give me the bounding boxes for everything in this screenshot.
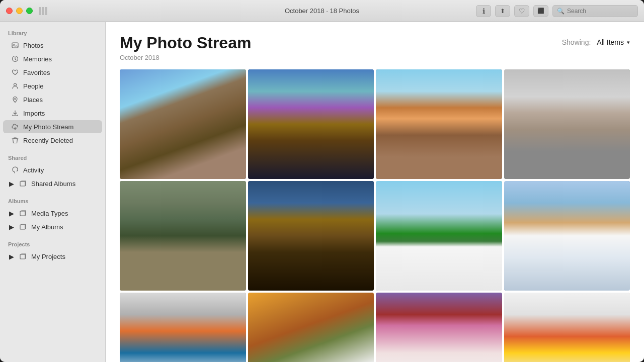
photo-5[interactable] (120, 181, 246, 291)
trash-icon (11, 136, 19, 144)
photo-4[interactable] (504, 69, 630, 179)
titlebar: October 2018 · 18 Photos ℹ ⬆ ♡ ⬛ 🔍 (0, 0, 644, 22)
main-layout: Library Photos M (0, 22, 644, 362)
memories-icon (11, 55, 19, 63)
sidebar-item-memories[interactable]: Memories (3, 52, 102, 65)
photo-9[interactable] (120, 293, 246, 362)
photo-10[interactable] (248, 293, 374, 362)
photo-7[interactable] (376, 181, 502, 291)
people-label: People (23, 82, 43, 90)
info-icon: ℹ (482, 7, 485, 15)
sidebar: Library Photos M (0, 22, 106, 362)
info-button[interactable]: ℹ (476, 5, 491, 17)
content-subtitle: October 2018 (120, 54, 251, 61)
my-photo-stream-label: My Photo Stream (23, 123, 73, 131)
shared-albums-icon (19, 179, 27, 188)
window-title: October 2018 · 18 Photos (285, 7, 359, 15)
header-text: My Photo Stream October 2018 (120, 34, 251, 61)
sidebar-item-my-albums[interactable]: ▶ My Albums (3, 220, 102, 233)
sidebar-item-places[interactable]: Places (3, 93, 102, 106)
chevron-down-icon: ▾ (627, 39, 630, 46)
sidebar-item-my-projects[interactable]: ▶ My Projects (3, 250, 102, 263)
svg-rect-7 (20, 225, 25, 229)
places-label: Places (23, 96, 43, 104)
sidebar-item-media-types[interactable]: ▶ Media Types (3, 207, 102, 220)
photos-label: Photos (23, 42, 43, 49)
app-window: October 2018 · 18 Photos ℹ ⬆ ♡ ⬛ 🔍 (0, 0, 644, 362)
slideshow-icon: ⬛ (537, 8, 544, 14)
media-types-icon (19, 209, 27, 217)
close-button[interactable] (6, 8, 13, 14)
svg-point-3 (14, 83, 17, 86)
albums-section-label: Albums (0, 194, 105, 206)
showing-label: Showing: (562, 38, 591, 46)
content-header: My Photo Stream October 2018 Showing: Al… (120, 34, 630, 61)
cloud-icon (11, 123, 19, 131)
share-button[interactable]: ⬆ (495, 5, 510, 17)
sidebar-item-photos[interactable]: Photos (3, 39, 102, 52)
favorites-icon (11, 68, 19, 76)
content-title: My Photo Stream (120, 34, 251, 52)
my-projects-icon (19, 252, 27, 260)
my-albums-icon (19, 223, 27, 231)
memories-label: Memories (23, 55, 52, 63)
expand-media-icon[interactable]: ▶ (9, 211, 14, 216)
places-icon (11, 96, 19, 104)
imports-label: Imports (23, 110, 45, 117)
photo-2[interactable] (248, 69, 374, 179)
my-albums-label: My Albums (31, 223, 63, 231)
media-types-label: Media Types (31, 210, 68, 217)
heart-button[interactable]: ♡ (514, 5, 529, 17)
sidebar-item-shared-albums[interactable]: ▶ Shared Albums (3, 177, 102, 190)
sidebar-item-people[interactable]: People (3, 79, 102, 93)
imports-icon (11, 109, 19, 117)
sidebar-item-my-photo-stream[interactable]: My Photo Stream (3, 120, 102, 133)
svg-rect-8 (20, 254, 25, 259)
svg-rect-5 (20, 182, 25, 186)
photo-8[interactable] (504, 181, 630, 291)
search-input[interactable] (567, 8, 633, 15)
svg-point-4 (15, 98, 16, 100)
library-section-label: Library (0, 26, 105, 38)
sidebar-item-activity[interactable]: Activity (3, 163, 102, 176)
showing-value: All Items (597, 38, 624, 46)
shared-albums-label: Shared Albums (31, 180, 75, 188)
minimize-button[interactable] (16, 8, 23, 14)
photo-12[interactable] (504, 293, 630, 362)
search-icon: 🔍 (557, 8, 565, 15)
activity-label: Activity (23, 166, 44, 174)
sidebar-item-recently-deleted[interactable]: Recently Deleted (3, 134, 102, 147)
photo-grid (120, 69, 630, 362)
favorites-label: Favorites (23, 69, 50, 76)
photo-11[interactable] (376, 293, 502, 362)
content-area: My Photo Stream October 2018 Showing: Al… (106, 22, 644, 362)
maximize-button[interactable] (26, 8, 33, 14)
toolbar-controls: ℹ ⬆ ♡ ⬛ 🔍 (476, 5, 638, 17)
my-projects-label: My Projects (31, 253, 65, 260)
share-icon: ⬆ (500, 8, 505, 15)
slideshow-button[interactable]: ⬛ (533, 5, 548, 17)
svg-rect-6 (20, 211, 25, 216)
people-icon (11, 82, 19, 90)
sidebar-item-imports[interactable]: Imports (3, 107, 102, 120)
showing-filter[interactable]: Showing: All Items ▾ (562, 34, 630, 46)
activity-icon (11, 166, 19, 174)
expand-albums-icon[interactable]: ▶ (9, 224, 14, 229)
photo-3[interactable] (376, 69, 502, 179)
shared-section-label: Shared (0, 151, 105, 163)
photo-6[interactable] (248, 181, 374, 291)
recently-deleted-label: Recently Deleted (23, 137, 73, 144)
traffic-lights (6, 8, 33, 14)
expand-projects-icon[interactable]: ▶ (9, 254, 14, 259)
photo-1[interactable] (120, 69, 246, 179)
expand-icon[interactable]: ▶ (9, 181, 14, 186)
search-bar[interactable]: 🔍 (552, 5, 638, 17)
sidebar-item-favorites[interactable]: Favorites (3, 66, 102, 79)
heart-icon: ♡ (519, 7, 525, 15)
projects-section-label: Projects (0, 237, 105, 249)
photos-icon (11, 41, 19, 49)
